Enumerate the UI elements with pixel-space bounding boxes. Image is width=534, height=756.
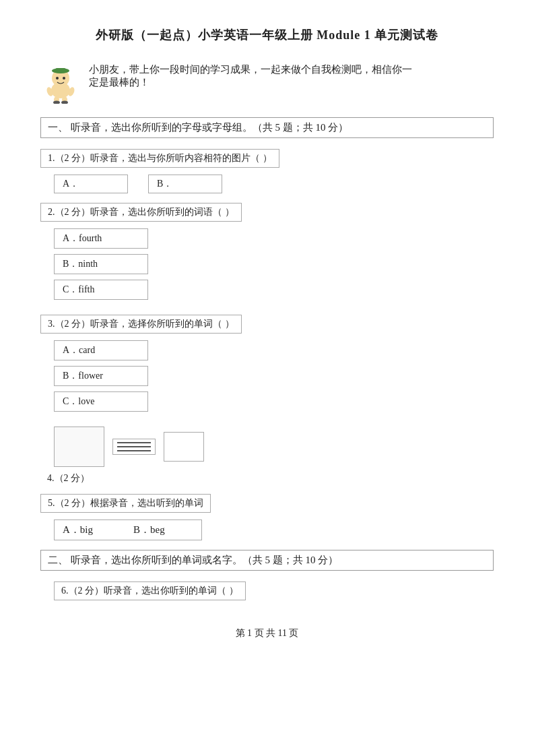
question-6: 6.（2 分）听录音，选出你听到的单词（ ） [40, 581, 494, 607]
svg-rect-3 [55, 68, 66, 73]
q4-image-left [54, 427, 104, 467]
section1-header: 一、 听录音，选出你所听到的字母或字母组。（共 5 题；共 10 分） [40, 117, 494, 138]
svg-point-5 [63, 77, 65, 80]
question-2: 2.（2 分）听录音，选出你所听到的词语（ ） A．fourth B．ninth… [40, 203, 494, 305]
q2-option-c: C．fifth [54, 280, 148, 300]
q1-option-b: B． [148, 175, 222, 193]
q2-option-b: B．ninth [54, 254, 148, 274]
q3-option-b: B．flower [54, 366, 148, 386]
q4-label: 4.（2 分） [47, 472, 494, 484]
q2-option-a: A．fourth [54, 228, 148, 249]
q2-label: 2.（2 分）听录音，选出你所听到的词语（ ） [40, 203, 242, 222]
q5-option-a: A．big [63, 524, 93, 536]
section2-header: 二、 听录音，选出你所听到的单词或名字。（共 5 题；共 10 分） [40, 550, 494, 571]
page-footer: 第 1 页 共 11 页 [40, 627, 494, 639]
q1-label: 1.（2 分）听录音，选出与你所听内容相符的图片（ ） [40, 149, 279, 168]
mascot-section: 小朋友，带上你一段时间的学习成果，一起来做个自我检测吧，相信你一 定是最棒的！ [40, 63, 494, 104]
mascot-icon [40, 63, 81, 104]
question-5: 5.（2 分）根据录音，选出听到的单词 A．big B．beg [40, 494, 494, 540]
q3-option-c: C．love [54, 391, 148, 412]
q6-label: 6.（2 分）听录音，选出你听到的单词（ ） [54, 581, 246, 600]
q3-label: 3.（2 分）听录音，选择你所听到的单词（ ） [40, 315, 242, 334]
question-1: 1.（2 分）听录音，选出与你所听内容相符的图片（ ） A． B． [40, 149, 494, 193]
question-3: 3.（2 分）听录音，选择你所听到的单词（ ） A．card B．flower … [40, 315, 494, 417]
question-4: 4.（2 分） [40, 427, 494, 484]
q5-label: 5.（2 分）根据录音，选出听到的单词 [40, 494, 211, 513]
q5-option-b: B．beg [133, 524, 165, 536]
page-title: 外研版（一起点）小学英语一年级上册 Module 1 单元测试卷 [40, 27, 494, 43]
q4-rect [164, 432, 204, 462]
svg-point-4 [56, 77, 59, 80]
q1-options: A． B． [54, 175, 494, 193]
q4-area [54, 427, 494, 467]
q3-option-a: A．card [54, 340, 148, 360]
q4-lines [112, 439, 156, 455]
q1-option-a: A． [54, 175, 128, 193]
mascot-text: 小朋友，带上你一段时间的学习成果，一起来做个自我检测吧，相信你一 定是最棒的！ [89, 63, 412, 89]
